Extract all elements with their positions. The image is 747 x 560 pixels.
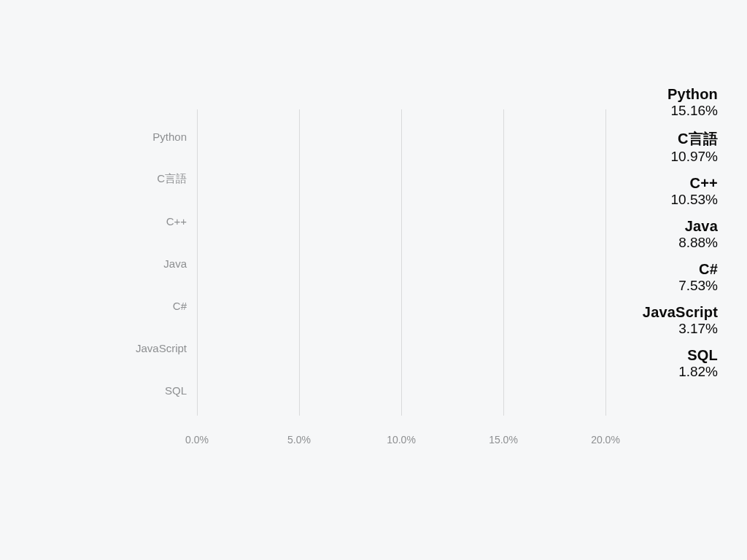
x-tick-label: 20.0% bbox=[591, 434, 620, 446]
legend-item: JavaScript 3.17% bbox=[594, 304, 718, 337]
legend-value: 10.97% bbox=[594, 149, 718, 165]
plot-area: Python C言語 C++ Java C# JavaScript SQL bbox=[197, 109, 605, 416]
y-tick-label: C# bbox=[173, 300, 197, 312]
x-tick-label: 10.0% bbox=[387, 434, 416, 446]
legend-item: Java 8.88% bbox=[594, 218, 718, 251]
legend-value: 1.82% bbox=[594, 364, 718, 380]
legend-value: 15.16% bbox=[594, 103, 718, 119]
x-axis: 0.0% 5.0% 10.0% 15.0% 20.0% bbox=[197, 434, 605, 448]
legend-item: Python 15.16% bbox=[594, 86, 718, 119]
gridline bbox=[197, 109, 198, 416]
legend-name: Java bbox=[594, 218, 718, 235]
legend-value: 8.88% bbox=[594, 235, 718, 251]
legend-name: Python bbox=[594, 86, 718, 103]
legend-name: C# bbox=[594, 261, 718, 278]
legend-value: 10.53% bbox=[594, 192, 718, 208]
legend-item: C言語 10.97% bbox=[594, 129, 718, 165]
gridline bbox=[401, 109, 402, 416]
y-tick-label: C++ bbox=[166, 215, 197, 228]
y-tick-label: JavaScript bbox=[136, 342, 197, 354]
legend-item: C# 7.53% bbox=[594, 261, 718, 294]
legend-item: C++ 10.53% bbox=[594, 175, 718, 208]
x-tick-label: 5.0% bbox=[287, 434, 311, 446]
legend: Python 15.16% C言語 10.97% C++ 10.53% Java… bbox=[594, 86, 718, 390]
gridline bbox=[299, 109, 300, 416]
legend-item: SQL 1.82% bbox=[594, 347, 718, 380]
legend-name: JavaScript bbox=[594, 304, 718, 321]
y-tick-label: Python bbox=[152, 131, 197, 143]
y-tick-label: SQL bbox=[165, 384, 197, 397]
x-tick-label: 0.0% bbox=[185, 434, 209, 446]
legend-name: C言語 bbox=[594, 129, 718, 149]
y-tick-label: C言語 bbox=[157, 172, 197, 186]
x-tick-label: 15.0% bbox=[489, 434, 518, 446]
legend-name: SQL bbox=[594, 347, 718, 364]
legend-name: C++ bbox=[594, 175, 718, 192]
gridline bbox=[503, 109, 504, 416]
legend-value: 3.17% bbox=[594, 321, 718, 337]
bar-chart: Python C言語 C++ Java C# JavaScript SQL 0 bbox=[131, 109, 569, 459]
y-tick-label: Java bbox=[163, 257, 197, 270]
legend-value: 7.53% bbox=[594, 278, 718, 294]
